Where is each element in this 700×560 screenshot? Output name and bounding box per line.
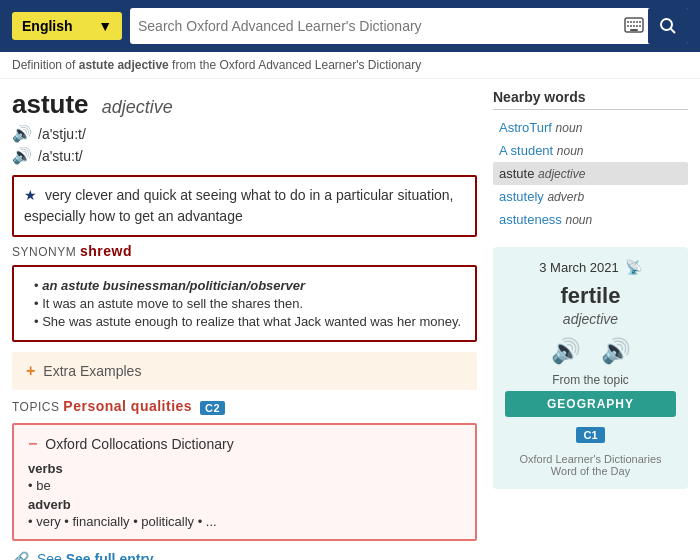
collocations-adverb-label: adverb (28, 497, 461, 512)
nearby-item-astute[interactable]: astute adjective (493, 162, 688, 185)
full-entry-link[interactable]: See full entry (66, 551, 154, 560)
collocations-adverb-items: • very • financially • politically • ... (28, 514, 461, 529)
see-full-entry[interactable]: 🔗 See See full entry (12, 551, 477, 560)
collocations-header[interactable]: − Oxford Collocations Dictionary (28, 435, 461, 453)
breadcrumb-suffix: from the Oxford Advanced Learner's Dicti… (172, 58, 421, 72)
nearby-words-title: Nearby words (493, 89, 688, 110)
chevron-down-icon: ▼ (98, 18, 112, 34)
search-button[interactable] (648, 8, 688, 44)
extra-examples-label: Extra Examples (43, 363, 141, 379)
wod-pos: adjective (505, 311, 676, 327)
wod-sounds: 🔊 🔊 (505, 337, 676, 365)
c1-badge: C1 (576, 427, 604, 443)
examples-box: • an astute businessman/politician/obser… (12, 265, 477, 342)
nearby-words: Nearby words AstroTurf noun A student no… (493, 89, 688, 231)
word-title: astute adjective (12, 89, 477, 120)
headword: astute (12, 89, 89, 119)
language-selector[interactable]: English ▼ (12, 12, 122, 40)
example-3: • She was astute enough to realize that … (26, 314, 463, 329)
nearby-item-astudent[interactable]: A student noun (493, 139, 688, 162)
breadcrumb-word: astute adjective (79, 58, 169, 72)
word-of-day: 3 March 2021 📡 fertile adjective 🔊 🔊 Fro… (493, 247, 688, 489)
from-topic-label: From the topic (505, 373, 676, 387)
wod-word: fertile (505, 283, 676, 309)
search-input[interactable] (138, 18, 620, 34)
wod-sound-us-button[interactable]: 🔊 (601, 337, 631, 365)
collocations-box: − Oxford Collocations Dictionary verbs •… (12, 423, 477, 541)
pron-uk-text: /a'stju:t/ (38, 126, 86, 142)
star-icon: ★ (24, 187, 37, 203)
topic-link[interactable]: Personal qualities (63, 398, 192, 414)
collocations-verbs-items: • be (28, 478, 461, 493)
rss-icon: 📡 (625, 259, 642, 275)
svg-line-13 (671, 29, 676, 34)
pronunciation-us: 🔊 /a'stu:t/ (12, 146, 477, 165)
synonym-line: SYNONYM shrewd (12, 243, 477, 259)
collocations-verbs-label: verbs (28, 461, 461, 476)
wod-sound-uk-button[interactable]: 🔊 (551, 337, 581, 365)
extra-examples-section[interactable]: + Extra Examples (12, 352, 477, 390)
header: English ▼ (0, 0, 700, 52)
example-2: • It was an astute move to sell the shar… (26, 296, 463, 311)
breadcrumb-prefix: Definition of (12, 58, 75, 72)
svg-point-12 (661, 19, 672, 30)
sound-us-button[interactable]: 🔊 (12, 146, 32, 165)
c2-badge: C2 (200, 401, 225, 415)
topics-label: TOPICS (12, 400, 59, 414)
external-link-icon: 🔗 (12, 551, 29, 560)
left-content: astute adjective 🔊 /a'stju:t/ 🔊 /a'stu:t… (12, 89, 477, 560)
wod-date: 3 March 2021 📡 (505, 259, 676, 275)
plus-icon: + (26, 362, 35, 380)
main-layout: astute adjective 🔊 /a'stju:t/ 🔊 /a'stu:t… (0, 79, 700, 560)
collocations-title: Oxford Collocations Dictionary (45, 436, 233, 452)
right-sidebar: Nearby words AstroTurf noun A student no… (493, 89, 688, 560)
minus-icon: − (28, 435, 37, 453)
nearby-item-astutely[interactable]: astutely adverb (493, 185, 688, 208)
topics-line: TOPICS Personal qualities C2 (12, 398, 477, 415)
definition-box: ★ very clever and quick at seeing what t… (12, 175, 477, 237)
wod-footer: Oxford Learner's Dictionaries Word of th… (505, 453, 676, 477)
synonym-label: SYNONYM (12, 245, 76, 259)
part-of-speech: adjective (102, 97, 173, 117)
synonym-link[interactable]: shrewd (80, 243, 132, 259)
pron-us-text: /a'stu:t/ (38, 148, 83, 164)
keyboard-icon[interactable] (620, 13, 648, 40)
breadcrumb: Definition of astute adjective from the … (0, 52, 700, 79)
search-bar (130, 8, 688, 44)
nearby-item-astroturf[interactable]: AstroTurf noun (493, 116, 688, 139)
language-label: English (22, 18, 73, 34)
topic-button[interactable]: GEOGRAPHY (505, 391, 676, 417)
example-1: • an astute businessman/politician/obser… (26, 278, 463, 293)
pronunciation-uk: 🔊 /a'stju:t/ (12, 124, 477, 143)
sound-uk-button[interactable]: 🔊 (12, 124, 32, 143)
definition-text: very clever and quick at seeing what to … (24, 187, 453, 224)
nearby-item-astuteness[interactable]: astuteness noun (493, 208, 688, 231)
